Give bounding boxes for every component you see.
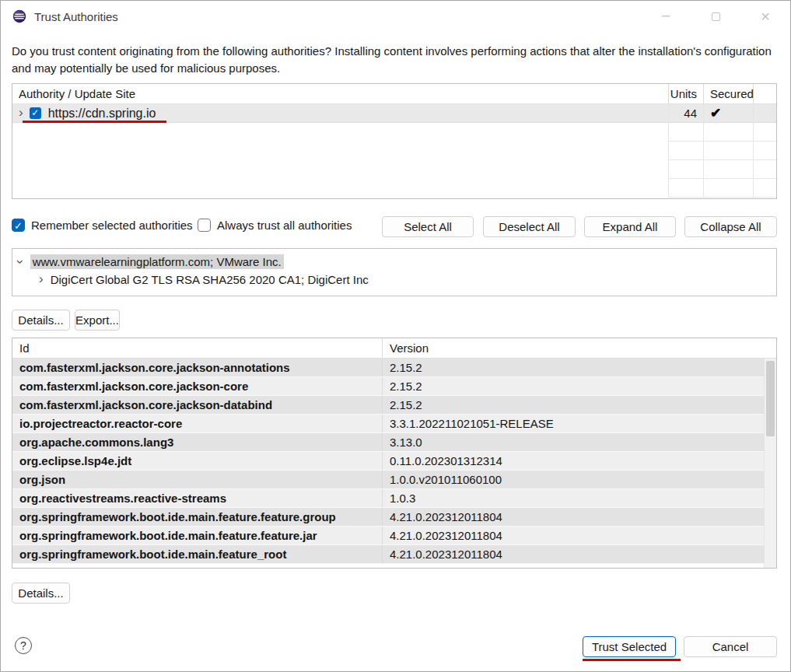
- unit-version: 2.15.2: [383, 377, 764, 395]
- unit-version: 4.21.0.202312011804: [383, 527, 764, 544]
- unit-id: org.springframework.boot.ide.main.featur…: [12, 527, 383, 544]
- unit-id: org.apache.commons.lang3: [12, 433, 383, 451]
- collapse-all-button[interactable]: Collapse All: [684, 216, 777, 237]
- certificate-details-button[interactable]: Details...: [12, 310, 70, 331]
- maximize-icon: [712, 12, 720, 21]
- certificate-root-label: www.vmwarelearningplatform.com; VMware I…: [30, 254, 284, 269]
- units-scrollbar-thumb[interactable]: [766, 361, 775, 436]
- unit-row[interactable]: org.reactivestreams.reactive-streams 1.0…: [12, 489, 764, 508]
- column-header-units[interactable]: Units: [669, 84, 704, 104]
- units-scrollbar[interactable]: [764, 359, 776, 568]
- unit-version: 1.0.3: [383, 489, 764, 507]
- unit-id: org.reactivestreams.reactive-streams: [12, 489, 383, 507]
- column-header-version[interactable]: Version: [383, 338, 776, 358]
- column-header-filler: [754, 84, 776, 104]
- minimize-button[interactable]: –: [641, 1, 691, 32]
- expand-all-button[interactable]: Expand All: [584, 216, 676, 237]
- dialog-description: Do you trust content originating from th…: [12, 43, 772, 77]
- expand-chevron-icon[interactable]: ›: [19, 106, 23, 119]
- authority-url: https://cdn.spring.io: [48, 107, 156, 121]
- window-title: Trust Authorities: [34, 10, 118, 23]
- certificate-tree: › www.vmwarelearningplatform.com; VMware…: [12, 248, 777, 296]
- remember-authorities-label: Remember selected authorities: [31, 219, 193, 232]
- authority-table: Authority / Update Site Units Secured › …: [12, 83, 777, 199]
- trust-selected-button[interactable]: Trust Selected: [583, 636, 676, 657]
- units-table: Id Version com.fasterxml.jackson.core.ja…: [12, 338, 777, 569]
- unit-version: 0.11.0.202301312314: [383, 452, 764, 470]
- unit-id: com.fasterxml.jackson.core.jackson-datab…: [12, 396, 383, 414]
- help-button[interactable]: ?: [15, 637, 32, 654]
- authority-table-empty-row: [12, 179, 776, 198]
- certificate-root-item[interactable]: › www.vmwarelearningplatform.com; VMware…: [12, 253, 776, 271]
- authority-checkbox[interactable]: ✓: [30, 107, 41, 119]
- column-header-secured[interactable]: Secured: [704, 84, 754, 104]
- authority-table-header: Authority / Update Site Units Secured: [12, 84, 776, 104]
- authority-units-count: 44: [669, 104, 704, 123]
- unit-version: 1.0.0.v201011060100: [383, 471, 764, 488]
- unit-id: org.springframework.boot.ide.main.featur…: [12, 508, 383, 526]
- unit-details-button[interactable]: Details...: [12, 583, 70, 604]
- unit-row[interactable]: org.springframework.boot.ide.main.featur…: [12, 508, 764, 527]
- unit-id: io.projectreactor.reactor-core: [12, 415, 383, 432]
- units-table-header: Id Version: [12, 338, 776, 359]
- close-icon: ×: [761, 9, 770, 24]
- unit-id: org.json: [12, 471, 383, 488]
- chevron-right-icon[interactable]: ›: [39, 272, 44, 285]
- trust-authorities-dialog: Trust Authorities – × Do you trust conte…: [0, 0, 791, 672]
- column-header-id[interactable]: Id: [12, 338, 383, 358]
- certificate-child-item[interactable]: › DigiCert Global G2 TLS RSA SHA256 2020…: [12, 271, 776, 289]
- close-button[interactable]: ×: [740, 1, 790, 32]
- unit-row[interactable]: io.projectreactor.reactor-core 3.3.1.202…: [12, 415, 764, 433]
- cancel-button[interactable]: Cancel: [684, 636, 777, 657]
- secured-check-icon: ✔: [710, 105, 721, 121]
- unit-version: 3.13.0: [383, 433, 764, 451]
- unit-id: org.springframework.boot.ide.main.featur…: [12, 545, 383, 563]
- column-header-authority[interactable]: Authority / Update Site: [12, 84, 669, 104]
- authority-table-empty-row: [12, 123, 776, 142]
- eclipse-icon: [12, 9, 26, 23]
- unit-row[interactable]: org.springframework.boot.ide.main.featur…: [12, 527, 764, 545]
- chevron-down-icon[interactable]: ›: [14, 260, 27, 264]
- authority-table-empty-row: [12, 142, 776, 160]
- authority-table-empty-row: [12, 160, 776, 179]
- remember-authorities-checkbox[interactable]: ✓ Remember selected authorities: [12, 219, 193, 232]
- minimize-icon: –: [662, 8, 670, 22]
- units-table-body: com.fasterxml.jackson.core.jackson-annot…: [12, 359, 764, 568]
- unit-row[interactable]: org.springframework.boot.ide.main.featur…: [12, 545, 764, 564]
- unit-row[interactable]: com.fasterxml.jackson.core.jackson-core …: [12, 377, 764, 396]
- unit-id: org.eclipse.lsp4e.jdt: [12, 452, 383, 470]
- unit-version: 3.3.1.202211021051-RELEASE: [383, 415, 764, 432]
- unit-version: 2.15.2: [383, 359, 764, 376]
- always-trust-label: Always trust all authorities: [217, 219, 352, 232]
- deselect-all-button[interactable]: Deselect All: [483, 216, 576, 237]
- unit-row[interactable]: com.fasterxml.jackson.core.jackson-datab…: [12, 396, 764, 415]
- unit-version: 4.21.0.202312011804: [383, 545, 764, 563]
- annotation-underline-trust-selected: [583, 659, 681, 661]
- unit-row[interactable]: com.fasterxml.jackson.core.jackson-annot…: [12, 359, 764, 377]
- unit-version: 4.21.0.202312011804: [383, 508, 764, 526]
- help-icon: ?: [20, 639, 26, 652]
- unit-row[interactable]: org.eclipse.lsp4e.jdt 0.11.0.20230131231…: [12, 452, 764, 471]
- annotation-underline-authority: [23, 121, 166, 123]
- always-trust-checkbox[interactable]: Always trust all authorities: [198, 219, 352, 232]
- checkbox-unchecked-icon[interactable]: [198, 219, 211, 232]
- maximize-button[interactable]: [691, 1, 740, 32]
- certificate-export-button[interactable]: Export...: [75, 310, 120, 331]
- unit-row[interactable]: org.json 1.0.0.v201011060100: [12, 471, 764, 489]
- unit-id: com.fasterxml.jackson.core.jackson-annot…: [12, 359, 383, 376]
- unit-row[interactable]: org.apache.commons.lang3 3.13.0: [12, 433, 764, 452]
- certificate-child-label: DigiCert Global G2 TLS RSA SHA256 2020 C…: [51, 273, 369, 286]
- unit-version: 2.15.2: [383, 396, 764, 414]
- unit-id: com.fasterxml.jackson.core.jackson-core: [12, 377, 383, 395]
- window-controls: – ×: [641, 1, 790, 32]
- checkbox-checked-icon[interactable]: ✓: [12, 219, 25, 232]
- titlebar[interactable]: Trust Authorities – ×: [1, 1, 790, 32]
- select-all-button[interactable]: Select All: [382, 216, 474, 237]
